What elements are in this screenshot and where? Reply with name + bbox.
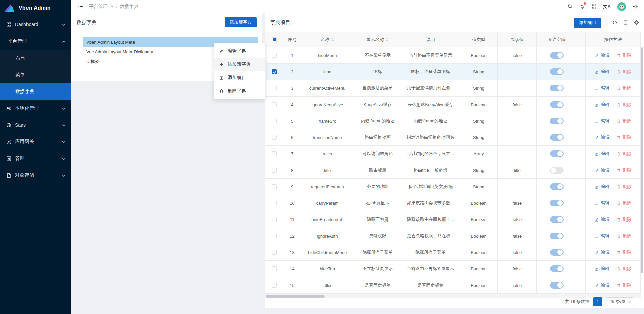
row-checkbox[interactable] xyxy=(272,86,277,90)
sidebar-subitem-布局[interactable]: 布局 xyxy=(0,50,71,66)
edit-button[interactable]: 编辑 xyxy=(595,282,609,288)
breadcrumb-parent[interactable]: 平台管理 xyxy=(89,4,108,10)
delete-button[interactable]: 删除 xyxy=(616,167,631,173)
cell-spacer xyxy=(577,277,586,294)
column-header-name[interactable]: 名称 xyxy=(301,32,354,47)
nullable-toggle[interactable] xyxy=(550,200,564,206)
sidebar-group-平台管理[interactable]: 平台管理 xyxy=(0,33,71,50)
sidebar-item-Dashboard[interactable]: Dashboard xyxy=(0,16,71,33)
delete-button[interactable]: 删除 xyxy=(616,151,631,157)
nullable-toggle[interactable] xyxy=(550,282,564,289)
row-checkbox[interactable] xyxy=(272,168,277,173)
nullable-toggle[interactable] xyxy=(550,85,564,91)
nullable-toggle[interactable] xyxy=(550,150,564,157)
row-checkbox[interactable] xyxy=(272,201,277,205)
delete-button[interactable]: 删除 xyxy=(616,85,631,91)
context-menu-item[interactable]: 添加项目 xyxy=(214,71,265,84)
edit-button[interactable]: 编辑 xyxy=(595,52,609,58)
delete-button[interactable]: 删除 xyxy=(616,249,631,255)
delete-button[interactable]: 删除 xyxy=(616,134,631,140)
nullable-toggle[interactable] xyxy=(550,233,564,239)
nullable-toggle[interactable] xyxy=(550,118,564,124)
search-icon[interactable] xyxy=(567,4,573,9)
row-checkbox[interactable] xyxy=(272,151,277,156)
delete-button[interactable]: 删除 xyxy=(616,52,631,58)
row-checkbox[interactable] xyxy=(272,250,277,255)
nullable-toggle[interactable] xyxy=(550,249,564,256)
sidebar-item-本地化管理[interactable]: 本地化管理 xyxy=(0,100,71,117)
delete-button[interactable]: 删除 xyxy=(616,102,631,108)
row-checkbox[interactable] xyxy=(272,234,277,238)
delete-button[interactable]: 删除 xyxy=(616,118,631,124)
edit-button[interactable]: 编辑 xyxy=(595,216,609,223)
refresh-icon[interactable] xyxy=(612,20,618,25)
edit-button[interactable]: 编辑 xyxy=(595,266,609,272)
row-height-icon[interactable] xyxy=(623,20,629,25)
edit-button[interactable]: 编辑 xyxy=(595,118,609,124)
sort-icon[interactable] xyxy=(386,38,389,41)
nullable-toggle[interactable] xyxy=(550,167,564,174)
nullable-toggle[interactable] xyxy=(550,183,564,190)
sidebar-item-对象存储[interactable]: 对象存储 xyxy=(0,167,71,184)
row-checkbox[interactable] xyxy=(272,135,277,140)
row-checkbox[interactable] xyxy=(272,184,277,189)
sidebar-item-应用网关[interactable]: 应用网关 xyxy=(0,133,71,150)
page-number-button[interactable]: 1 xyxy=(593,297,602,306)
nullable-toggle[interactable] xyxy=(550,265,564,272)
nullable-toggle[interactable] xyxy=(550,52,564,59)
sort-icon[interactable] xyxy=(331,38,334,41)
delete-button[interactable]: 删除 xyxy=(616,282,631,288)
row-checkbox[interactable] xyxy=(272,102,277,107)
row-checkbox[interactable] xyxy=(272,283,277,288)
edit-button[interactable]: 编辑 xyxy=(595,102,609,108)
fullscreen-icon[interactable] xyxy=(591,4,597,9)
row-checkbox[interactable] xyxy=(272,53,277,58)
context-menu-item[interactable]: 编辑字典 xyxy=(214,44,265,58)
row-checkbox[interactable] xyxy=(272,217,277,222)
vertical-scrollbar[interactable] xyxy=(641,47,643,294)
delete-button[interactable]: 删除 xyxy=(616,216,631,223)
sidebar-item-管理[interactable]: 管理 xyxy=(0,150,71,167)
delete-button[interactable]: 删除 xyxy=(616,184,631,190)
horizontal-scrollbar-thumb[interactable] xyxy=(266,295,325,298)
menu-fold-icon[interactable] xyxy=(78,4,84,9)
edit-button[interactable]: 编辑 xyxy=(595,249,609,255)
table-row: 13 hideChildrenInMenu 隐藏所有子菜单 隐藏所有子菜单 Bo… xyxy=(265,244,641,261)
edit-button[interactable]: 编辑 xyxy=(595,184,609,190)
table-settings-gear-icon[interactable] xyxy=(634,20,639,25)
notification-bell-icon[interactable] xyxy=(579,4,585,9)
edit-button[interactable]: 编辑 xyxy=(595,200,609,206)
page-size-select[interactable]: 25 条/页 xyxy=(606,297,634,306)
logo[interactable]: Vben Admin xyxy=(0,0,71,16)
translate-icon[interactable]: 文A xyxy=(603,4,611,9)
edit-button[interactable]: 编辑 xyxy=(595,134,609,140)
nullable-toggle[interactable] xyxy=(550,101,564,108)
delete-button[interactable]: 删除 xyxy=(616,69,631,75)
sidebar-subitem-菜单[interactable]: 菜单 xyxy=(0,66,71,83)
row-checkbox[interactable] xyxy=(272,69,277,74)
nullable-toggle[interactable] xyxy=(550,216,564,223)
edit-button[interactable]: 编辑 xyxy=(595,69,609,75)
context-menu-item[interactable]: 删除字典 xyxy=(214,84,265,98)
row-checkbox[interactable] xyxy=(272,119,277,123)
gear-icon[interactable] xyxy=(632,4,638,9)
edit-button[interactable]: 编辑 xyxy=(595,85,609,91)
nullable-toggle[interactable] xyxy=(550,68,564,75)
sidebar-item-Saas[interactable]: Saas xyxy=(0,117,71,133)
edit-button[interactable]: 编辑 xyxy=(595,167,609,173)
column-header-display[interactable]: 显示名称 xyxy=(354,32,401,47)
sidebar-subitem-数据字典[interactable]: 数据字典 xyxy=(0,83,71,100)
delete-button[interactable]: 删除 xyxy=(616,266,631,272)
delete-button[interactable]: 删除 xyxy=(616,233,631,239)
add-item-button[interactable]: 添加项目 xyxy=(574,18,601,28)
row-checkbox[interactable] xyxy=(272,266,277,271)
nullable-toggle[interactable] xyxy=(550,134,564,141)
avatar[interactable] xyxy=(617,2,626,11)
edit-button[interactable]: 编辑 xyxy=(595,233,609,239)
add-dictionary-button[interactable]: 添加新字典 xyxy=(225,17,257,27)
edit-button[interactable]: 编辑 xyxy=(595,151,609,157)
vertical-scrollbar-thumb[interactable] xyxy=(641,47,643,273)
context-menu-item[interactable]: 添加新字典 xyxy=(214,58,265,71)
delete-button[interactable]: 删除 xyxy=(616,200,631,206)
select-all-checkbox[interactable] xyxy=(272,37,277,42)
